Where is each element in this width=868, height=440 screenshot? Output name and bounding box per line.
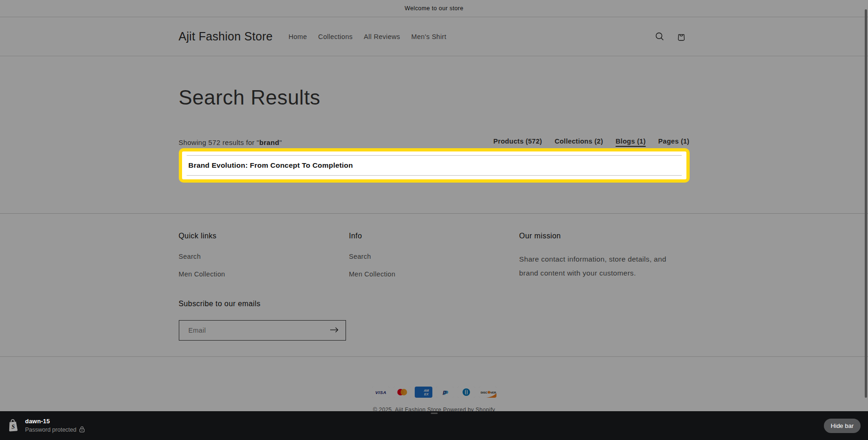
hide-bar-button[interactable]: Hide bar <box>824 419 861 433</box>
shopify-logo-icon: S <box>7 418 19 434</box>
highlighted-blog-results: Brand Evolution: From Concept To Complet… <box>179 148 690 183</box>
password-preview-bar: S dawn-15 Password protected Hide bar <box>0 411 868 440</box>
svg-text:S: S <box>11 423 15 430</box>
store-id: dawn-15 <box>25 418 85 425</box>
lock-icon <box>79 426 85 434</box>
blog-result-link[interactable]: Brand Evolution: From Concept To Complet… <box>189 161 353 169</box>
blog-result-item: Brand Evolution: From Concept To Complet… <box>187 155 682 176</box>
drag-handle-dash <box>431 413 437 414</box>
password-protected-status: Password protected <box>25 426 85 434</box>
dim-overlay <box>0 0 868 411</box>
scrollbar-thumb[interactable] <box>865 9 867 398</box>
